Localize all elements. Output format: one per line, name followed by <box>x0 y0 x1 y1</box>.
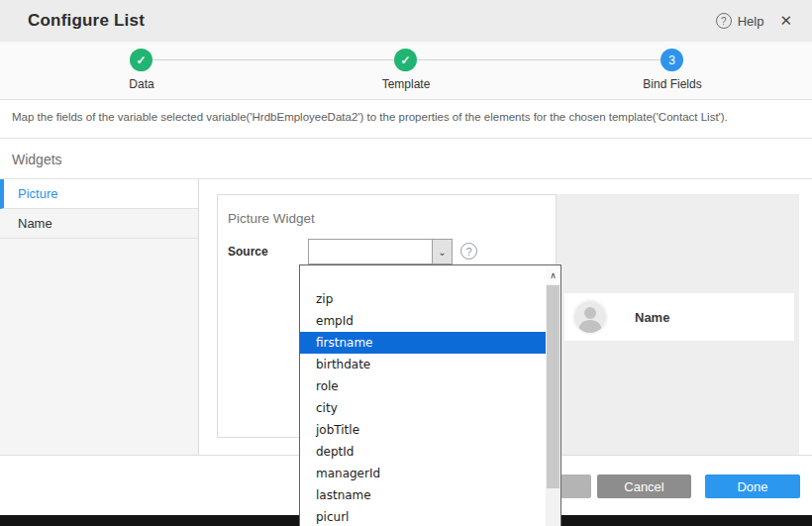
dropdown-option-birthdate[interactable]: birthdate <box>300 354 546 375</box>
widgets-section-header: Widgets <box>0 139 812 179</box>
step-number: 3 <box>668 53 675 67</box>
check-icon: ✓ <box>136 53 146 67</box>
help-icon: ? <box>716 13 732 29</box>
dropdown-option-empty[interactable] <box>300 266 546 288</box>
source-label: Source <box>228 245 268 259</box>
dropdown-option-picurl[interactable]: picurl <box>300 506 546 526</box>
dropdown-option-managerId[interactable]: managerId <box>300 463 546 484</box>
done-button[interactable]: Done <box>705 474 800 498</box>
dropdown-option-jobTitle[interactable]: jobTitle <box>300 419 546 441</box>
scroll-up-icon[interactable]: ∧ <box>546 265 560 284</box>
scrollbar-thumb[interactable] <box>547 285 559 488</box>
dialog-header: Configure List ? Help ✕ <box>0 0 812 42</box>
preview-list-item: Name <box>564 293 794 341</box>
dropdown-option-zip[interactable]: zip <box>300 288 546 310</box>
dropdown-option-lastname[interactable]: lastname <box>300 484 546 506</box>
dropdown-option-firstname[interactable]: firstname <box>300 332 546 354</box>
mapping-description: Map the fields of the variable selected … <box>0 100 812 139</box>
source-select[interactable]: ⌄ <box>308 239 453 264</box>
dropdown-option-deptId[interactable]: deptId <box>300 441 546 463</box>
cancel-button[interactable]: Cancel <box>597 474 691 498</box>
dropdown-scrollbar[interactable]: ∧ <box>546 265 560 526</box>
widgets-sidebar: Picture Name <box>0 179 199 455</box>
help-label: Help <box>738 14 764 29</box>
chevron-down-icon[interactable]: ⌄ <box>432 240 452 263</box>
step-data-circle[interactable]: ✓ <box>130 49 152 71</box>
step-bind-fields-circle[interactable]: 3 <box>660 49 683 71</box>
template-preview-area: Name <box>557 194 799 455</box>
avatar <box>572 299 608 335</box>
source-dropdown-list: zipempIdfirstnamebirthdaterolecityjobTit… <box>300 266 546 526</box>
help-button[interactable]: ? Help <box>716 13 764 29</box>
panel-title: Picture Widget <box>228 211 315 226</box>
configure-list-dialog: Configure List ? Help ✕ ✓ ✓ 3 Data Templ… <box>0 0 812 526</box>
sidebar-item-name[interactable]: Name <box>0 209 198 239</box>
step-label-data: Data <box>129 77 153 91</box>
check-icon: ✓ <box>400 53 410 67</box>
step-label-template: Template <box>382 77 431 91</box>
source-dropdown-popup: zipempIdfirstnamebirthdaterolecityjobTit… <box>299 264 561 526</box>
close-icon[interactable]: ✕ <box>777 12 794 30</box>
step-label-bind-fields: Bind Fields <box>643 77 701 91</box>
stepper: ✓ ✓ 3 Data Template Bind Fields <box>0 42 812 100</box>
source-help-icon[interactable]: ? <box>460 243 477 260</box>
page-title: Configure List <box>28 11 145 31</box>
person-icon <box>574 301 606 333</box>
dropdown-option-city[interactable]: city <box>300 397 546 419</box>
widgets-heading: Widgets <box>12 152 62 167</box>
preview-name-label: Name <box>635 310 669 325</box>
sidebar-item-picture[interactable]: Picture <box>0 179 198 209</box>
dropdown-option-empId[interactable]: empId <box>300 310 546 332</box>
dropdown-option-role[interactable]: role <box>300 375 546 397</box>
step-template-circle[interactable]: ✓ <box>394 49 417 71</box>
